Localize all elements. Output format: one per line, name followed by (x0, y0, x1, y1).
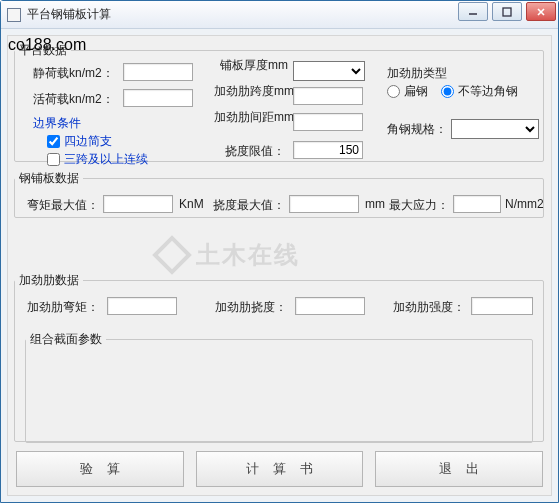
deflection-unit: mm (365, 197, 385, 211)
watermark-logo-icon (152, 235, 192, 275)
stress-unit: N/mm2 (505, 197, 544, 211)
angle-spec-label: 角钢规格： (387, 121, 447, 138)
window-controls (458, 2, 556, 21)
app-icon (7, 8, 21, 22)
boundary-continuous[interactable]: 三跨及以上连续 (47, 151, 148, 168)
minimize-button[interactable] (458, 2, 488, 21)
plate-legend: 钢铺板数据 (15, 170, 83, 187)
report-button[interactable]: 计算书 (196, 451, 364, 487)
stiffener-legend: 加劲肋数据 (15, 272, 83, 289)
exit-button[interactable]: 退出 (375, 451, 543, 487)
app-window: 平台钢铺板计算 土木在线 co188.com 平台数据 静荷载kn/m2： 活荷… (0, 0, 559, 503)
section-legend: 组合截面参数 (26, 331, 106, 348)
calc-button[interactable]: 验算 (16, 451, 184, 487)
client-area: 土木在线 co188.com 平台数据 静荷载kn/m2： 活荷载kn/m2： … (7, 35, 552, 496)
stiffener-strength-label: 加劲肋强度： (393, 299, 465, 316)
window-title: 平台钢铺板计算 (27, 6, 111, 23)
deflection-input[interactable] (289, 195, 359, 213)
stiffener-spacing-label: 加劲肋间距mm： (214, 111, 288, 123)
stiffener-moment-label: 加劲肋弯矩： (27, 299, 99, 316)
moment-input[interactable] (103, 195, 173, 213)
boundary-legend: 边界条件 (33, 115, 81, 132)
stiffener-strength-input[interactable] (471, 297, 533, 315)
boundary-continuous-checkbox[interactable] (47, 153, 60, 166)
boundary-continuous-label: 三跨及以上连续 (64, 151, 148, 168)
plate-thickness-label: 铺板厚度mm： (220, 59, 288, 71)
plate-group: 钢铺板数据 弯矩最大值： KnM 挠度最大值： mm 最大应力： N/mm2 (14, 170, 544, 218)
svg-rect-1 (503, 8, 511, 16)
static-load-input[interactable] (123, 63, 193, 81)
stiffener-span-label: 加劲肋跨度mm： (214, 85, 288, 97)
moment-unit: KnM (179, 197, 204, 211)
close-button[interactable] (526, 2, 556, 21)
stress-input[interactable] (453, 195, 501, 213)
deflection-limit-label: 挠度限值： (225, 143, 285, 160)
maximize-button[interactable] (492, 2, 522, 21)
live-load-input[interactable] (123, 89, 193, 107)
watermark-text: 土木在线 (196, 239, 300, 271)
stiffener-angle-input[interactable] (441, 85, 454, 98)
deflection-limit-input[interactable] (293, 141, 363, 159)
static-load-label: 静荷载kn/m2： (33, 65, 114, 82)
button-bar: 验算 计算书 退出 (16, 451, 543, 487)
deflection-label: 挠度最大值： (213, 197, 285, 214)
boundary-simply-supported[interactable]: 四边简支 (47, 133, 112, 150)
stiffener-deflection-input[interactable] (295, 297, 365, 315)
stiffener-flat-radio[interactable]: 扁钢 (387, 83, 428, 100)
moment-label: 弯矩最大值： (27, 197, 99, 214)
platform-legend: 平台数据 (15, 42, 71, 59)
stiffener-deflection-label: 加劲肋挠度： (215, 299, 287, 316)
stiffener-flat-input[interactable] (387, 85, 400, 98)
boundary-simply-label: 四边简支 (64, 133, 112, 150)
stiffener-flat-label: 扁钢 (404, 83, 428, 100)
stiffener-span-input[interactable] (293, 87, 363, 105)
stress-label: 最大应力： (389, 197, 449, 214)
stiffener-spacing-input[interactable] (293, 113, 363, 131)
plate-thickness-select[interactable] (293, 61, 365, 81)
boundary-simply-checkbox[interactable] (47, 135, 60, 148)
stiffener-angle-label: 不等边角钢 (458, 83, 518, 100)
stiffener-group: 加劲肋数据 加劲肋弯矩： 加劲肋挠度： 加劲肋强度： 组合截面参数 (14, 272, 544, 442)
stiffener-angle-radio[interactable]: 不等边角钢 (441, 83, 518, 100)
live-load-label: 活荷载kn/m2： (33, 91, 114, 108)
platform-group: 平台数据 静荷载kn/m2： 活荷载kn/m2： 铺板厚度mm： 加劲肋跨度mm… (14, 42, 544, 162)
watermark: 土木在线 (158, 239, 300, 271)
stiffener-moment-input[interactable] (107, 297, 177, 315)
angle-spec-select[interactable] (451, 119, 539, 139)
section-group: 组合截面参数 (25, 331, 533, 443)
stiffener-type-label: 加劲肋类型 (387, 65, 447, 82)
